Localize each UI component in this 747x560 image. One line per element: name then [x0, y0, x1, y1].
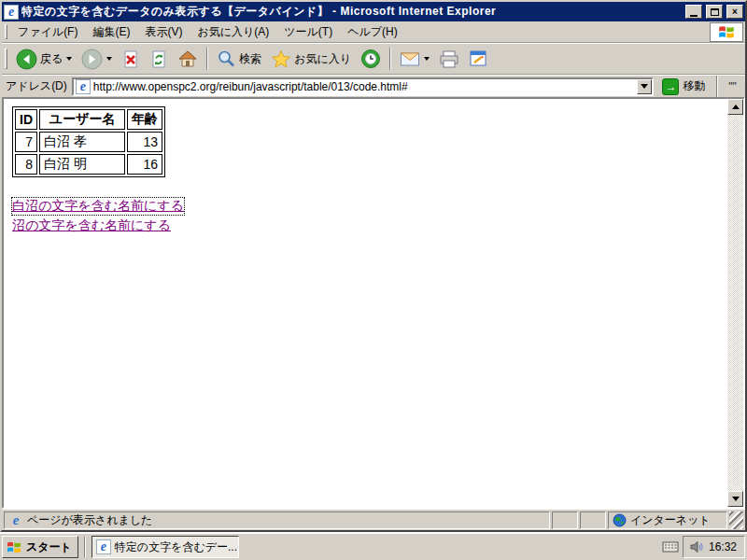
- clock[interactable]: 16:32: [709, 540, 737, 553]
- menu-help[interactable]: ヘルプ(H): [340, 21, 405, 43]
- go-button[interactable]: → 移動: [658, 77, 709, 96]
- cell-age: 16: [127, 154, 162, 175]
- table-header-row: ID ユーザー名 年齢: [15, 109, 162, 130]
- home-button[interactable]: [174, 48, 202, 71]
- go-arrow-icon: →: [662, 78, 679, 95]
- menu-view[interactable]: 表示(V): [137, 21, 190, 43]
- edit-button[interactable]: [465, 48, 492, 70]
- mail-icon: [400, 50, 420, 67]
- go-label: 移動: [683, 78, 705, 94]
- status-bar: e ページが表示されました インターネット: [2, 509, 745, 530]
- history-button[interactable]: [357, 47, 385, 71]
- refresh-icon: [149, 49, 168, 69]
- favorites-label: お気に入り: [294, 51, 351, 67]
- menu-favorites[interactable]: お気に入り(A): [190, 21, 276, 43]
- mail-dropdown-icon[interactable]: [424, 57, 430, 61]
- history-icon: [360, 49, 381, 69]
- taskbar-task-button[interactable]: e 特定の文字を含むデー...: [92, 536, 239, 558]
- forward-icon: [81, 49, 103, 70]
- table-row: 8 白沼 明 16: [15, 154, 162, 175]
- address-url[interactable]: http://www.openspc2.org/reibun/javascrip…: [93, 80, 635, 93]
- filter-link-numa[interactable]: 沼の文字を含む名前にする: [12, 217, 171, 234]
- title-bar: e 特定の文字を含むデータのみ表示する【データバインド】 - Microsoft…: [2, 2, 745, 21]
- back-label: 戻る: [40, 51, 63, 67]
- menu-tools[interactable]: ツール(T): [276, 21, 340, 43]
- page-favicon: e: [76, 79, 91, 94]
- maximize-button[interactable]: [706, 5, 723, 19]
- data-table: ID ユーザー名 年齢 7 白沼 孝 13 8 白沼 明 16: [12, 106, 165, 177]
- status-empty-pane-2: [580, 511, 606, 529]
- status-text: ページが表示されました: [27, 512, 152, 528]
- back-dropdown-icon[interactable]: [66, 57, 72, 61]
- links-toolbar[interactable]: "": [726, 80, 741, 93]
- close-button[interactable]: ×: [726, 5, 743, 19]
- toolbar-grip[interactable]: [5, 49, 7, 69]
- windows-logo-throbber: [710, 22, 743, 42]
- search-button[interactable]: 検索: [213, 48, 265, 71]
- forward-dropdown-icon[interactable]: [106, 57, 112, 61]
- print-icon: [439, 49, 459, 69]
- favorites-button[interactable]: お気に入り: [267, 48, 355, 71]
- link-list: 白沼の文字を含む名前にする 沼の文字を含む名前にする: [12, 198, 727, 234]
- content-area: ID ユーザー名 年齢 7 白沼 孝 13 8 白沼 明 16 白沼の文字を含む…: [2, 97, 745, 509]
- security-zone-pane: インターネット: [608, 511, 727, 529]
- window-title: 特定の文字を含むデータのみ表示する【データバインド】 - Microsoft I…: [21, 4, 683, 20]
- task-label: 特定の文字を含むデー...: [115, 539, 237, 555]
- cell-age: 13: [127, 132, 162, 152]
- cell-username: 白沼 孝: [39, 132, 125, 152]
- taskbar: スタート e 特定の文字を含むデー... 16:32: [0, 532, 747, 560]
- favorites-star-icon: [271, 49, 291, 69]
- taskbar-separator: [84, 537, 86, 557]
- address-dropdown-button[interactable]: [637, 79, 652, 94]
- maximize-icon: [711, 8, 719, 16]
- header-username: ユーザー名: [39, 109, 125, 130]
- print-button[interactable]: [435, 48, 463, 71]
- vertical-scrollbar[interactable]: [727, 99, 743, 507]
- system-tray: 16:32: [683, 536, 745, 558]
- menu-file[interactable]: ファイル(F): [10, 21, 85, 43]
- windows-start-icon: [6, 539, 22, 555]
- ie-page-icon: e: [4, 5, 19, 20]
- header-id: ID: [15, 109, 37, 130]
- cell-username: 白沼 明: [39, 154, 125, 175]
- back-button[interactable]: 戻る: [12, 47, 76, 72]
- web-page: ID ユーザー名 年齢 7 白沼 孝 13 8 白沼 明 16 白沼の文字を含む…: [4, 99, 727, 507]
- minimize-button[interactable]: [685, 5, 702, 19]
- edit-icon: [469, 49, 488, 68]
- status-ie-icon: e: [8, 513, 23, 528]
- mail-button[interactable]: [396, 49, 433, 69]
- menu-edit[interactable]: 編集(E): [85, 21, 137, 43]
- refresh-button[interactable]: [146, 48, 172, 71]
- address-input[interactable]: e http://www.openspc2.org/reibun/javascr…: [72, 77, 655, 96]
- task-ie-icon: e: [96, 539, 111, 554]
- internet-globe-icon: [613, 513, 627, 527]
- toolbar-separator: [206, 48, 208, 70]
- scroll-down-button[interactable]: [727, 491, 743, 507]
- links-label: "": [727, 80, 736, 93]
- browser-window: e 特定の文字を含むデータのみ表示する【データバインド】 - Microsoft…: [0, 0, 747, 532]
- forward-button[interactable]: [78, 47, 116, 72]
- status-empty-pane: [552, 511, 578, 529]
- windows-flag-icon: [717, 22, 736, 41]
- minimize-icon: [690, 15, 698, 17]
- cell-id: 7: [15, 132, 37, 152]
- stop-button[interactable]: [118, 48, 144, 71]
- home-icon: [177, 49, 198, 69]
- resize-grip[interactable]: [729, 511, 743, 529]
- scrollbar-track[interactable]: [727, 115, 743, 491]
- filter-link-shiranuma[interactable]: 白沼の文字を含む名前にする: [12, 198, 184, 215]
- address-bar: アドレス(D) e http://www.openspc2.org/reibun…: [2, 75, 745, 97]
- table-row: 7 白沼 孝 13: [15, 132, 162, 152]
- standard-toolbar: 戻る: [2, 43, 745, 75]
- back-icon: [16, 49, 37, 70]
- address-label: アドレス(D): [6, 78, 67, 94]
- header-age: 年齢: [127, 109, 162, 130]
- start-button[interactable]: スタート: [2, 536, 78, 558]
- ime-keyboard-icon[interactable]: [662, 540, 679, 553]
- arrow-down-icon: [732, 497, 740, 501]
- menubar-grip[interactable]: [5, 24, 7, 39]
- search-label: 検索: [239, 51, 261, 67]
- volume-speaker-icon[interactable]: [689, 539, 704, 554]
- scroll-up-button[interactable]: [727, 99, 743, 115]
- zone-label: インターネット: [630, 512, 711, 528]
